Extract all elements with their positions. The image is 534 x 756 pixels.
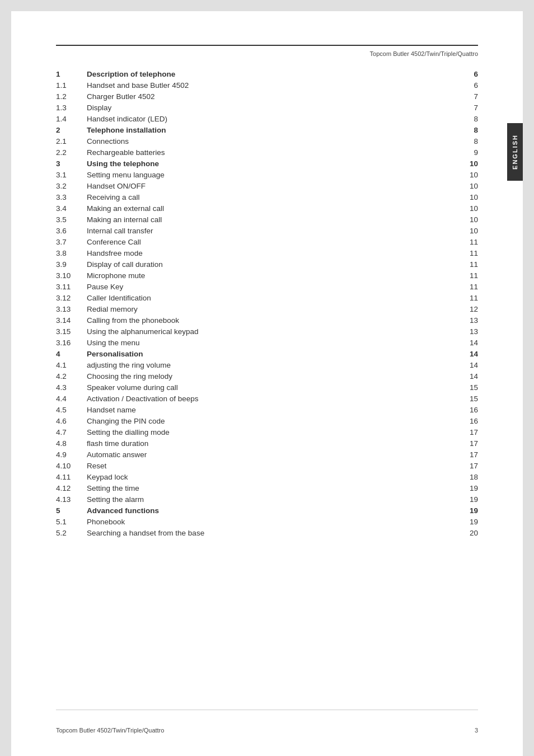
toc-label: Pause Key [87,281,456,292]
toc-page: 13 [456,326,478,337]
toc-num: 3.13 [56,303,87,314]
toc-row: 5.1Phonebook19 [56,516,478,527]
toc-page: 11 [456,259,478,270]
toc-label: Handset indicator (LED) [87,113,456,124]
toc-page: 10 [456,203,478,214]
toc-label: Making an external call [87,203,456,214]
toc-num: 4.3 [56,382,87,393]
toc-row: 3Using the telephone10 [56,158,478,169]
toc-row: 2Telephone installation8 [56,124,478,135]
toc-num: 3.6 [56,225,87,236]
footer-left: Topcom Butler 4502/Twin/Triple/Quattro [56,727,164,734]
side-tab: ENGLISH [507,123,523,181]
toc-label: Setting the alarm [87,494,456,505]
toc-page: 16 [456,415,478,426]
toc-num: 3.10 [56,270,87,281]
toc-page: 13 [456,314,478,326]
toc-row: 2.2Rechargeable batteries9 [56,147,478,158]
toc-row: 4.9Automatic answer17 [56,449,478,460]
toc-page: 19 [456,505,478,516]
toc-label: Rechargeable batteries [87,147,456,158]
footer-page-number: 3 [475,727,478,734]
toc-row: 1.4Handset indicator (LED)8 [56,113,478,124]
toc-row: 3.3Receiving a call10 [56,191,478,203]
toc-row: 4.3Speaker volume during call15 [56,382,478,393]
toc-num: 5.1 [56,516,87,527]
footer: Topcom Butler 4502/Twin/Triple/Quattro 3 [56,710,478,734]
toc-row: 4.7Setting the dialling mode17 [56,426,478,438]
toc-label: Phonebook [87,516,456,527]
toc-page: 15 [456,393,478,404]
toc-label: Searching a handset from the base [87,527,456,538]
toc-page: 8 [456,113,478,124]
toc-label: Charger Butler 4502 [87,91,456,102]
toc-num: 4.12 [56,482,87,494]
toc-row: 3.5Making an internal call10 [56,214,478,225]
toc-num: 3.3 [56,191,87,203]
toc-page: 10 [456,169,478,180]
toc-row: 3.11Pause Key11 [56,281,478,292]
toc-num: 4.2 [56,370,87,382]
toc-label: Changing the PIN code [87,415,456,426]
toc-num: 3.11 [56,281,87,292]
toc-num: 3.14 [56,314,87,326]
toc-page: 10 [456,191,478,203]
toc-label: Display of call duration [87,259,456,270]
toc-row: 4.4Activation / Deactivation of beeps15 [56,393,478,404]
toc-row: 4.13Setting the alarm19 [56,494,478,505]
toc-page: 17 [456,460,478,471]
toc-num: 1.4 [56,113,87,124]
toc-page: 20 [456,527,478,538]
toc-row: 3.4Making an external call10 [56,203,478,214]
toc-page: 7 [456,91,478,102]
toc-row: 5.2Searching a handset from the base20 [56,527,478,538]
toc-num: 3.15 [56,326,87,337]
toc-row: 3.16Using the menu14 [56,337,478,348]
toc-page: 7 [456,102,478,113]
toc-num: 5.2 [56,527,87,538]
header-title: Topcom Butler 4502/Twin/Triple/Quattro [370,50,478,57]
toc-num: 4.11 [56,471,87,482]
toc-label: Handsfree mode [87,247,456,259]
toc-row: 3.8Handsfree mode11 [56,247,478,259]
toc-label: Internal call transfer [87,225,456,236]
toc-label: Receiving a call [87,191,456,203]
toc-page: 11 [456,247,478,259]
toc-page: 8 [456,135,478,147]
toc-num: 4.13 [56,494,87,505]
toc-num: 3.4 [56,203,87,214]
toc-num: 3.8 [56,247,87,259]
toc-row: 4.5Handset name16 [56,404,478,415]
toc-label: Handset name [87,404,456,415]
toc-label: Reset [87,460,456,471]
toc-page: 17 [456,438,478,449]
toc-num: 3.12 [56,292,87,303]
toc-row: 1.2Charger Butler 45027 [56,91,478,102]
toc-page: 11 [456,236,478,247]
toc-page: 19 [456,494,478,505]
page: ENGLISH Topcom Butler 4502/Twin/Triple/Q… [11,11,523,756]
toc-label: Description of telephone [87,68,456,79]
toc-label: Setting menu language [87,169,456,180]
toc-row: 4.8flash time duration17 [56,438,478,449]
toc-label: Automatic answer [87,449,456,460]
toc-row: 2.1Connections8 [56,135,478,147]
header: Topcom Butler 4502/Twin/Triple/Quattro [56,50,478,57]
top-border [56,45,478,46]
toc-table: 1Description of telephone61.1Handset and… [56,68,478,538]
toc-row: 1.1Handset and base Butler 45026 [56,79,478,91]
toc-page: 9 [456,147,478,158]
toc-label: Keypad lock [87,471,456,482]
toc-row: 4Personalisation14 [56,348,478,359]
toc-num: 4.5 [56,404,87,415]
toc-label: Setting the time [87,482,456,494]
toc-num: 1.1 [56,79,87,91]
toc-num: 4.1 [56,359,87,370]
toc-label: Conference Call [87,236,456,247]
toc-num: 3.7 [56,236,87,247]
toc-row: 3.7Conference Call11 [56,236,478,247]
toc-num: 1.3 [56,102,87,113]
toc-row: 3.6Internal call transfer10 [56,225,478,236]
toc-row: 3.9Display of call duration11 [56,259,478,270]
toc-label: Calling from the phonebook [87,314,456,326]
